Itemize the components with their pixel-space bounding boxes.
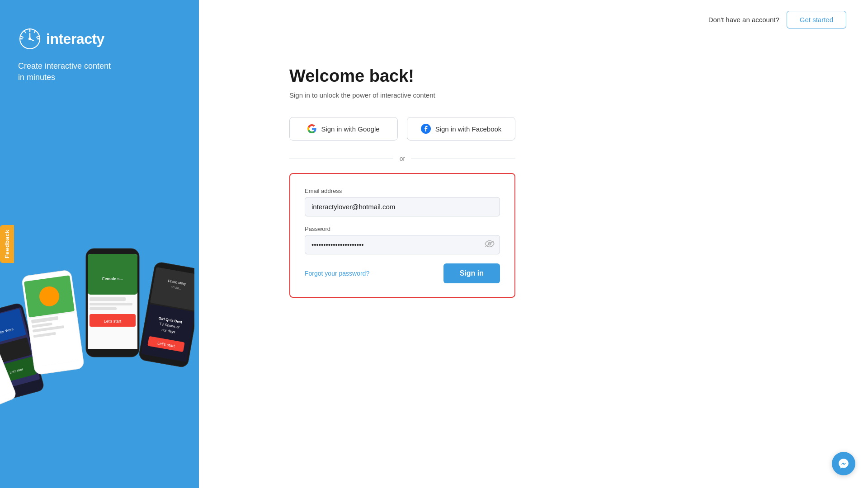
divider-text: or (400, 155, 405, 162)
phone-mockups: Star Wars Let's start (0, 235, 199, 488)
svg-point-10 (28, 38, 31, 40)
logo-icon (18, 27, 42, 51)
svg-text:Female s...: Female s... (102, 277, 123, 281)
facebook-icon (421, 124, 431, 134)
svg-rect-34 (90, 307, 117, 310)
no-account-text: Don't have an account? (708, 16, 779, 23)
social-buttons: Sign in with Google Sign in with Faceboo… (289, 117, 515, 141)
password-label: Password (305, 225, 500, 232)
feedback-tab[interactable]: Feedback (0, 225, 14, 263)
svg-rect-29 (88, 254, 137, 295)
divider-line-right (411, 159, 515, 159)
form-footer: Forgot your password? Sign in (305, 263, 500, 283)
login-form-box: Email address Password Forgot your passw… (289, 173, 515, 298)
password-input[interactable] (305, 235, 500, 254)
forgot-password-link[interactable]: Forgot your password? (305, 270, 369, 277)
svg-line-3 (37, 36, 39, 38)
logo-area: interacty (18, 27, 181, 51)
logo-text: interacty (46, 31, 104, 47)
password-wrapper (305, 235, 500, 254)
welcome-title: Welcome back! (289, 66, 414, 86)
welcome-subtitle: Sign in to unlock the power of interacti… (289, 91, 435, 99)
tagline: Create interactive content in minutes (18, 61, 181, 83)
top-bar: Don't have an account? Get started (199, 0, 868, 39)
svg-line-2 (34, 31, 36, 33)
svg-rect-42 (141, 304, 194, 362)
google-signin-label: Sign in with Google (321, 125, 379, 133)
divider: or (289, 155, 515, 162)
messenger-icon (838, 458, 849, 469)
divider-line-left (289, 159, 393, 159)
right-panel: Don't have an account? Get started Welco… (199, 0, 868, 488)
facebook-signin-button[interactable]: Sign in with Facebook (407, 117, 515, 141)
svg-line-5 (24, 31, 26, 33)
svg-rect-32 (90, 297, 126, 301)
google-signin-button[interactable]: Sign in with Google (289, 117, 398, 141)
left-panel: Feedback interacty Create interactive co… (0, 0, 199, 488)
email-input[interactable] (305, 197, 500, 216)
svg-rect-33 (90, 303, 132, 305)
sign-in-button[interactable]: Sign in (443, 263, 500, 283)
get-started-button[interactable]: Get started (787, 11, 846, 28)
facebook-signin-label: Sign in with Facebook (435, 125, 502, 133)
svg-line-6 (21, 36, 23, 38)
form-container: Welcome back! Sign in to unlock the powe… (199, 39, 606, 488)
chat-bubble-button[interactable] (832, 452, 855, 475)
toggle-password-icon[interactable] (485, 240, 495, 249)
google-icon (307, 124, 316, 133)
svg-text:Let's start: Let's start (104, 319, 122, 324)
email-label: Email address (305, 188, 500, 194)
